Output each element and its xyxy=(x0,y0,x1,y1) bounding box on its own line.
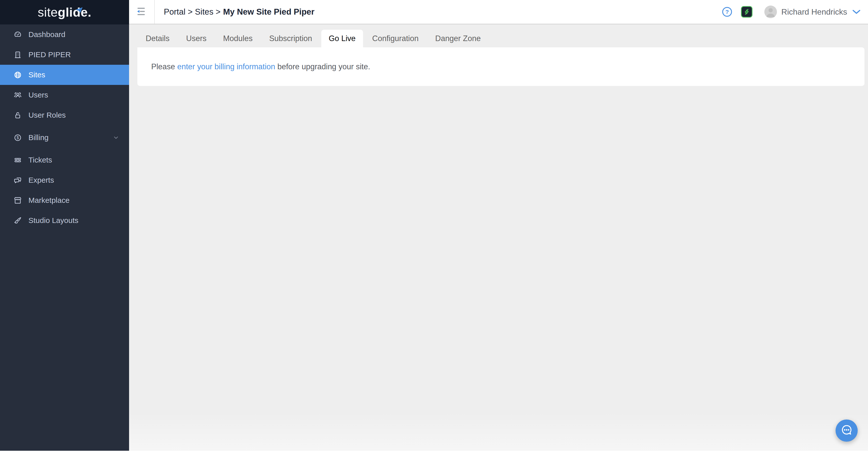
sidebar-item-studio-layouts[interactable]: Studio Layouts xyxy=(0,210,129,230)
sidebar-item-label: Users xyxy=(28,91,48,99)
tab-users[interactable]: Users xyxy=(179,30,214,47)
header-divider xyxy=(154,0,155,24)
sidebar-item-dashboard[interactable]: Dashboard xyxy=(0,24,129,45)
logo-text-dot: . xyxy=(88,5,91,20)
storefront-icon xyxy=(13,196,22,205)
sidebar-item-label: Studio Layouts xyxy=(28,216,78,225)
logo-bar: siteglide. xyxy=(0,0,129,24)
paintbrush-icon xyxy=(13,216,22,225)
sidebar-item-label: Marketplace xyxy=(28,196,69,205)
sidebar: siteglide. Dashboard xyxy=(0,0,129,451)
chat-launcher-icon xyxy=(840,424,853,437)
main-content: Details Users Modules Subscription Go Li… xyxy=(129,24,868,451)
billing-notice-message: Please enter your billing information be… xyxy=(151,62,370,71)
tab-configuration[interactable]: Configuration xyxy=(365,30,426,47)
building-icon xyxy=(13,50,22,59)
bottom-strip xyxy=(0,451,868,452)
tab-danger-zone[interactable]: Danger Zone xyxy=(428,30,488,47)
chat-bubbles-icon xyxy=(13,176,22,185)
sidebar-item-label: User Roles xyxy=(28,111,66,119)
sidebar-item-users[interactable]: Users xyxy=(0,85,129,105)
chat-launcher-button[interactable] xyxy=(836,420,858,442)
chevron-down-icon[interactable] xyxy=(851,6,862,17)
svg-text:?: ? xyxy=(725,8,729,15)
paper-plane-icon xyxy=(75,1,83,16)
message-prefix: Please xyxy=(151,62,177,71)
help-icon[interactable]: ? xyxy=(721,6,733,18)
sidebar-item-user-roles[interactable]: User Roles xyxy=(0,105,129,125)
sidebar-item-label: Experts xyxy=(28,176,54,185)
sidebar-item-pied-piper[interactable]: PIED PIPER xyxy=(0,45,129,65)
siteglide-logo[interactable]: siteglide. xyxy=(38,5,91,20)
sidebar-item-label: Billing xyxy=(28,133,49,142)
top-header: Portal > Sites >My New Site Pied Piper ? xyxy=(129,0,868,24)
header-actions: ? Richard Hendricks xyxy=(721,5,862,18)
sidebar-item-sites[interactable]: Sites xyxy=(0,65,129,85)
svg-text:$: $ xyxy=(17,135,19,140)
breadcrumb[interactable]: Portal > Sites >My New Site Pied Piper xyxy=(164,7,314,17)
sidebar-item-label: Dashboard xyxy=(28,30,65,39)
message-suffix: before upgrading your site. xyxy=(275,62,370,71)
chevron-down-icon xyxy=(113,134,120,141)
sidebar-item-marketplace[interactable]: Marketplace xyxy=(0,190,129,210)
tab-modules[interactable]: Modules xyxy=(216,30,260,47)
logo-text-site: site xyxy=(38,5,58,20)
tab-subscription[interactable]: Subscription xyxy=(262,30,320,47)
app-window: siteglide. Dashboard xyxy=(0,0,868,451)
tab-details[interactable]: Details xyxy=(138,30,177,47)
users-icon xyxy=(13,90,22,100)
sidebar-nav: Dashboard PIED PIPER xyxy=(0,24,129,230)
globe-icon xyxy=(13,70,22,80)
tab-go-live[interactable]: Go Live xyxy=(321,30,363,47)
collapse-sidebar-icon[interactable] xyxy=(136,7,146,17)
billing-notice-card: Please enter your billing information be… xyxy=(137,47,865,86)
logo-text-glide: glide xyxy=(58,5,88,20)
sidebar-item-billing[interactable]: $ Billing xyxy=(0,128,129,148)
lock-icon xyxy=(13,111,22,120)
sidebar-item-experts[interactable]: Experts xyxy=(0,170,129,190)
avatar[interactable] xyxy=(764,5,777,18)
sidebar-item-label: PIED PIPER xyxy=(28,50,71,59)
billing-information-link[interactable]: enter your billing information xyxy=(177,62,275,71)
tab-bar: Details Users Modules Subscription Go Li… xyxy=(129,24,868,47)
dollar-circle-icon: $ xyxy=(13,133,22,142)
siteglide-app-icon[interactable] xyxy=(741,6,752,18)
sidebar-item-label: Tickets xyxy=(28,156,52,164)
ticket-icon xyxy=(13,156,22,165)
breadcrumb-current: My New Site Pied Piper xyxy=(223,7,314,17)
breadcrumb-trail: Portal > Sites > xyxy=(164,7,221,17)
gauge-icon xyxy=(13,30,22,39)
sidebar-item-label: Sites xyxy=(28,70,45,79)
user-menu[interactable]: Richard Hendricks xyxy=(781,7,847,17)
sidebar-item-tickets[interactable]: Tickets xyxy=(0,150,129,170)
